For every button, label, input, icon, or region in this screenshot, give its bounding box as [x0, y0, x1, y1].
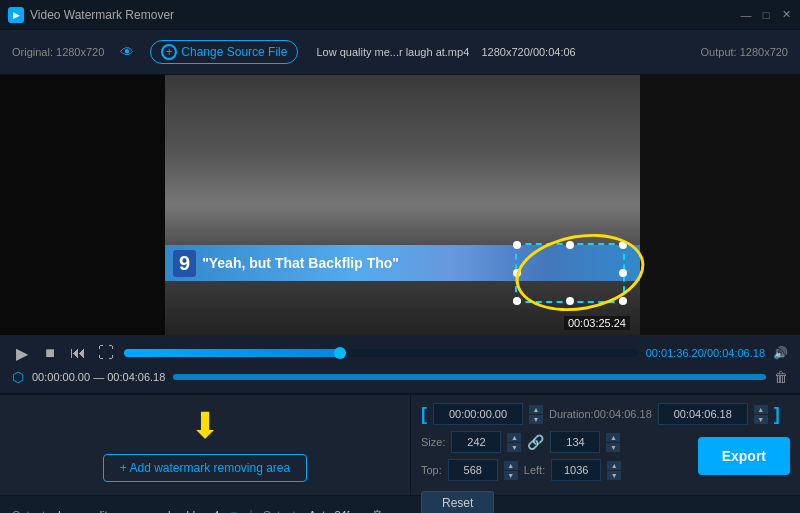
timeline-thumb[interactable] [334, 347, 346, 359]
edit-output-icon[interactable]: ✏ [230, 508, 240, 514]
timeline-fill [124, 349, 340, 357]
original-resolution-label: Original: 1280x720 [12, 46, 104, 58]
caption-number: 9 [173, 250, 196, 277]
duration-label: Duration:00:04:06.18 [549, 408, 652, 420]
output-file-name: Low quality me...mor should.mp4 [58, 509, 219, 514]
handle-bl[interactable] [513, 297, 521, 305]
width-down[interactable]: ▼ [507, 443, 521, 452]
left-spinner[interactable]: ▲ ▼ [607, 461, 621, 480]
left-input[interactable] [551, 459, 601, 481]
fullscreen-button[interactable]: ⛶ [96, 343, 116, 363]
change-source-button[interactable]: + Change Source File [150, 40, 298, 64]
output-resolution-label: Output: 1280x720 [701, 46, 788, 58]
file-resolution: 1280x720/00:04:06 [482, 46, 576, 58]
file-info: Low quality me...r laugh at.mp4 1280x720… [316, 46, 690, 58]
width-input[interactable] [451, 431, 501, 453]
arrow-down-icon: ⬇ [190, 408, 220, 444]
link-icon[interactable]: 🔗 [527, 434, 544, 450]
gear-icon[interactable]: ⚙ [371, 507, 384, 514]
top-bar: Original: 1280x720 👁 + Change Source Fil… [0, 30, 800, 75]
left-down[interactable]: ▼ [607, 471, 621, 480]
time-row: [ ▲ ▼ Duration:00:04:06.18 ▲ ▼ ] [421, 403, 790, 425]
close-button[interactable]: ✕ [780, 9, 792, 21]
output2-label: Output: [263, 509, 299, 514]
height-down[interactable]: ▼ [606, 443, 620, 452]
top-down[interactable]: ▼ [504, 471, 518, 480]
app-title: Video Watermark Remover [30, 8, 174, 22]
timeline-bar[interactable] [124, 349, 638, 357]
width-spinner[interactable]: ▲ ▼ [507, 433, 521, 452]
end-time-input[interactable] [658, 403, 748, 425]
size-label: Size: [421, 436, 445, 448]
file-name: Low quality me...r laugh at.mp4 [316, 46, 469, 58]
plus-icon: + [161, 44, 177, 60]
top-spinner[interactable]: ▲ ▼ [504, 461, 518, 480]
add-watermark-area-button[interactable]: + Add watermark removing area [103, 454, 307, 482]
window-controls: — □ ✕ [740, 9, 792, 21]
separator: | [250, 508, 253, 514]
end-time-down[interactable]: ▼ [754, 415, 768, 424]
start-time-down[interactable]: ▼ [529, 415, 543, 424]
title-bar-left: ▶ Video Watermark Remover [8, 7, 174, 23]
end-time-up[interactable]: ▲ [754, 405, 768, 414]
end-time-spinner[interactable]: ▲ ▼ [754, 405, 768, 424]
reset-button[interactable]: Reset [421, 491, 494, 513]
play-button[interactable]: ▶ [12, 343, 32, 363]
left-label: Left: [524, 464, 545, 476]
export-button[interactable]: Export [698, 437, 790, 475]
segment-time: 00:00:00.00 — 00:04:06.18 [32, 371, 165, 383]
change-source-label: Change Source File [181, 45, 287, 59]
video-container: 9 "Yeah, but That Backflip Tho" 00:03:25… [0, 75, 800, 335]
top-input[interactable] [448, 459, 498, 481]
handle-br[interactable] [619, 297, 627, 305]
top-up[interactable]: ▲ [504, 461, 518, 470]
caption-text: "Yeah, but That Backflip Tho" [202, 255, 399, 271]
height-input[interactable] [550, 431, 600, 453]
bracket-open: [ [421, 404, 427, 425]
main-content: ⬇ + Add watermark removing area [ ▲ ▼ Du… [0, 394, 800, 495]
left-panel: ⬇ + Add watermark removing area [0, 395, 410, 495]
segment-icon: ⬡ [12, 369, 24, 385]
top-label: Top: [421, 464, 442, 476]
video-left-bar [0, 75, 165, 335]
bracket-close: ] [774, 404, 780, 425]
stop-button[interactable]: ■ [40, 343, 60, 363]
timeline-controls: ▶ ■ ⏮ ⛶ 00:01:36.20/00:04:06.18 🔊 [12, 343, 788, 363]
height-spinner[interactable]: ▲ ▼ [606, 433, 620, 452]
volume-icon[interactable]: 🔊 [773, 346, 788, 360]
segment-bar[interactable] [173, 374, 766, 380]
video-timestamp: 00:03:25.24 [564, 316, 630, 330]
skip-back-button[interactable]: ⏮ [68, 343, 88, 363]
timeline-time: 00:01:36.20/00:04:06.18 [646, 347, 765, 359]
start-time-spinner[interactable]: ▲ ▼ [529, 405, 543, 424]
video-right-bar [640, 75, 800, 335]
delete-segment-icon[interactable]: 🗑 [774, 369, 788, 385]
segment-row: ⬡ 00:00:00.00 — 00:04:06.18 🗑 [12, 369, 788, 385]
minimize-button[interactable]: — [740, 9, 752, 21]
left-up[interactable]: ▲ [607, 461, 621, 470]
handle-tl[interactable] [513, 241, 521, 249]
output-settings: Auto;24fps [309, 509, 362, 514]
timeline-area: ▶ ■ ⏮ ⛶ 00:01:36.20/00:04:06.18 🔊 ⬡ 00:0… [0, 335, 800, 394]
width-up[interactable]: ▲ [507, 433, 521, 442]
maximize-button[interactable]: □ [760, 9, 772, 21]
reset-row: Reset [421, 487, 790, 513]
eye-icon[interactable]: 👁 [120, 44, 134, 60]
title-bar: ▶ Video Watermark Remover — □ ✕ [0, 0, 800, 30]
start-time-up[interactable]: ▲ [529, 405, 543, 414]
output-label: Output: [12, 509, 48, 514]
height-up[interactable]: ▲ [606, 433, 620, 442]
start-time-input[interactable] [433, 403, 523, 425]
app-icon: ▶ [8, 7, 24, 23]
